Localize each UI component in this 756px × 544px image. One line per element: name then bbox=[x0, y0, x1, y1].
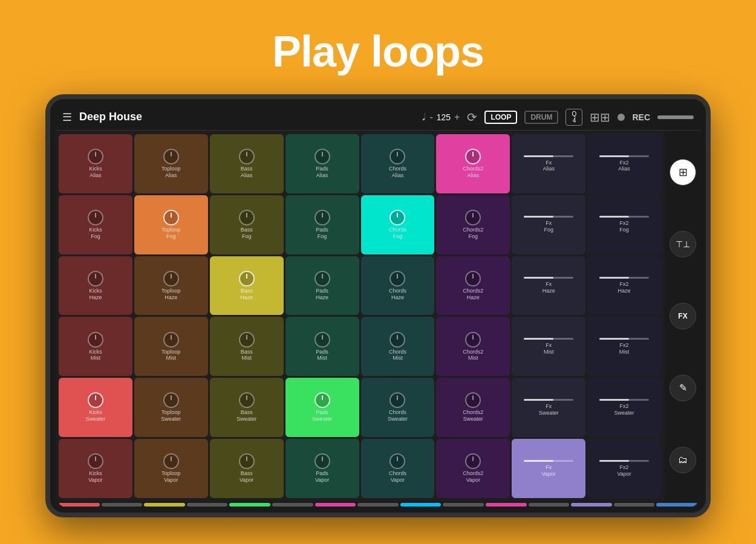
cell-fx2-mist[interactable]: Fx2 Mist bbox=[587, 317, 661, 376]
cell-knob[interactable] bbox=[465, 271, 481, 287]
cell-kicks-fog[interactable]: Kicks Fog bbox=[59, 195, 132, 254]
cell-knob[interactable] bbox=[314, 210, 330, 225]
volume-slider[interactable] bbox=[524, 460, 574, 462]
cell-knob[interactable] bbox=[88, 271, 103, 287]
cell-knob[interactable] bbox=[389, 271, 405, 287]
loop-mode-btn[interactable]: LOOP bbox=[484, 111, 517, 124]
volume-slider[interactable] bbox=[599, 216, 650, 218]
color-dot[interactable] bbox=[102, 503, 143, 507]
cell-chords-vapor[interactable]: Chords Vapor bbox=[361, 439, 435, 498]
cell-knob[interactable] bbox=[389, 453, 405, 469]
color-dot[interactable] bbox=[400, 503, 442, 507]
cell-chords2-vapor[interactable]: Chords2 Vapor bbox=[436, 439, 510, 498]
cell-kicks-mist[interactable]: Kicks Mist bbox=[59, 317, 132, 376]
cell-fx2-vapor[interactable]: Fx2 Vapor bbox=[587, 439, 661, 498]
cell-knob[interactable] bbox=[239, 453, 255, 469]
menu-icon[interactable]: ☰ bbox=[62, 111, 72, 124]
grid-icon[interactable]: ⊞⊞ bbox=[590, 110, 610, 125]
cell-bass-alias[interactable]: Bass Alias bbox=[210, 134, 284, 193]
cell-toploop-alias[interactable]: Toploop Alias bbox=[134, 134, 208, 193]
color-dot[interactable] bbox=[529, 503, 570, 507]
cell-toploop-vapor[interactable]: Toploop Vapor bbox=[134, 439, 208, 498]
cell-knob[interactable] bbox=[239, 149, 255, 164]
color-dot[interactable] bbox=[229, 503, 270, 507]
cell-pads-sweater[interactable]: Pads Sweater bbox=[285, 378, 359, 437]
cell-bass-haze[interactable]: Bass Haze bbox=[210, 256, 284, 316]
color-dot[interactable] bbox=[315, 503, 356, 507]
cell-kicks-sweater[interactable]: Kicks Sweater bbox=[59, 378, 132, 437]
cell-knob[interactable] bbox=[163, 271, 179, 287]
color-dot[interactable] bbox=[357, 503, 399, 507]
drum-mode-btn[interactable]: DRUM bbox=[524, 111, 558, 124]
cell-pads-vapor[interactable]: Pads Vapor bbox=[285, 439, 359, 498]
cell-knob[interactable] bbox=[163, 392, 179, 408]
cell-knob[interactable] bbox=[389, 149, 405, 164]
files-button[interactable]: 🗂 bbox=[670, 447, 696, 473]
cell-fx2-fog[interactable]: Fx2 Fog bbox=[587, 195, 661, 254]
cell-chords-fog[interactable]: Chords Fog bbox=[361, 195, 435, 254]
cell-knob[interactable] bbox=[239, 210, 255, 225]
volume-slider[interactable] bbox=[524, 216, 574, 218]
cell-knob[interactable] bbox=[389, 210, 405, 225]
volume-slider[interactable] bbox=[599, 155, 650, 157]
cell-fx-fog[interactable]: Fx Fog bbox=[512, 195, 585, 254]
cell-fx-haze[interactable]: Fx Haze bbox=[512, 256, 585, 316]
color-dot[interactable] bbox=[614, 503, 655, 507]
cell-knob[interactable] bbox=[88, 332, 103, 348]
cell-knob[interactable] bbox=[88, 210, 103, 225]
cell-fx-vapor[interactable]: Fx Vapor bbox=[512, 439, 585, 498]
volume-slider[interactable] bbox=[599, 460, 650, 462]
cell-knob[interactable] bbox=[163, 332, 179, 348]
mixer-button[interactable]: ⊤⊥ bbox=[670, 231, 696, 257]
cell-knob[interactable] bbox=[314, 332, 330, 348]
cell-knob[interactable] bbox=[163, 210, 179, 225]
cell-pads-haze[interactable]: Pads Haze bbox=[285, 256, 359, 316]
cell-knob[interactable] bbox=[465, 332, 481, 348]
cell-fx-sweater[interactable]: Fx Sweater bbox=[512, 378, 585, 437]
rec-label[interactable]: REC bbox=[632, 112, 650, 122]
cell-knob[interactable] bbox=[314, 392, 330, 408]
cell-toploop-sweater[interactable]: Toploop Sweater bbox=[134, 378, 208, 437]
volume-slider[interactable] bbox=[599, 399, 650, 401]
cell-chords2-fog[interactable]: Chords2 Fog bbox=[436, 195, 510, 254]
edit-button[interactable]: ✎ bbox=[670, 375, 696, 401]
cell-knob[interactable] bbox=[314, 271, 330, 287]
cell-knob[interactable] bbox=[88, 392, 103, 408]
fx-button[interactable]: FX bbox=[670, 303, 696, 329]
cell-knob[interactable] bbox=[88, 453, 103, 469]
cell-fx-alias[interactable]: Fx Alias bbox=[512, 134, 585, 193]
cell-bass-mist[interactable]: Bass Mist bbox=[210, 317, 284, 376]
cell-chords2-alias[interactable]: Chords2 Alias bbox=[436, 134, 510, 193]
cell-bass-vapor[interactable]: Bass Vapor bbox=[210, 439, 284, 498]
cell-chords2-sweater[interactable]: Chords2 Sweater bbox=[436, 378, 510, 437]
cell-knob[interactable] bbox=[239, 392, 255, 408]
cell-chords-mist[interactable]: Chords Mist bbox=[361, 317, 435, 376]
cell-fx2-alias[interactable]: Fx2 Alias bbox=[587, 134, 661, 193]
cell-bass-sweater[interactable]: Bass Sweater bbox=[210, 378, 284, 437]
color-dot[interactable] bbox=[59, 503, 100, 507]
grid-view-button[interactable]: ⊞ bbox=[670, 159, 696, 186]
color-dot[interactable] bbox=[486, 503, 527, 507]
quantize-box[interactable]: Q4 bbox=[565, 109, 582, 126]
color-dot[interactable] bbox=[656, 503, 697, 507]
cell-chords-alias[interactable]: Chords Alias bbox=[361, 134, 435, 193]
cell-knob[interactable] bbox=[465, 453, 481, 469]
cell-pads-mist[interactable]: Pads Mist bbox=[285, 317, 359, 376]
color-dot[interactable] bbox=[443, 503, 484, 507]
color-dot[interactable] bbox=[144, 503, 185, 507]
sync-icon[interactable]: ⟳ bbox=[467, 110, 477, 125]
tempo-minus-btn[interactable]: - bbox=[429, 112, 432, 123]
cell-chords2-haze[interactable]: Chords2 Haze bbox=[436, 256, 510, 316]
tempo-plus-btn[interactable]: + bbox=[454, 112, 460, 123]
cell-knob[interactable] bbox=[465, 149, 481, 164]
color-dot[interactable] bbox=[571, 503, 612, 507]
cell-knob[interactable] bbox=[389, 392, 405, 408]
volume-slider[interactable] bbox=[524, 399, 574, 401]
volume-slider[interactable] bbox=[524, 277, 574, 279]
color-dot[interactable] bbox=[187, 503, 228, 507]
cell-chords2-mist[interactable]: Chords2 Mist bbox=[436, 317, 510, 376]
cell-knob[interactable] bbox=[163, 149, 179, 164]
cell-kicks-haze[interactable]: Kicks Haze bbox=[59, 256, 132, 316]
cell-pads-alias[interactable]: Pads Alias bbox=[285, 134, 359, 193]
cell-chords-haze[interactable]: Chords Haze bbox=[361, 256, 435, 316]
